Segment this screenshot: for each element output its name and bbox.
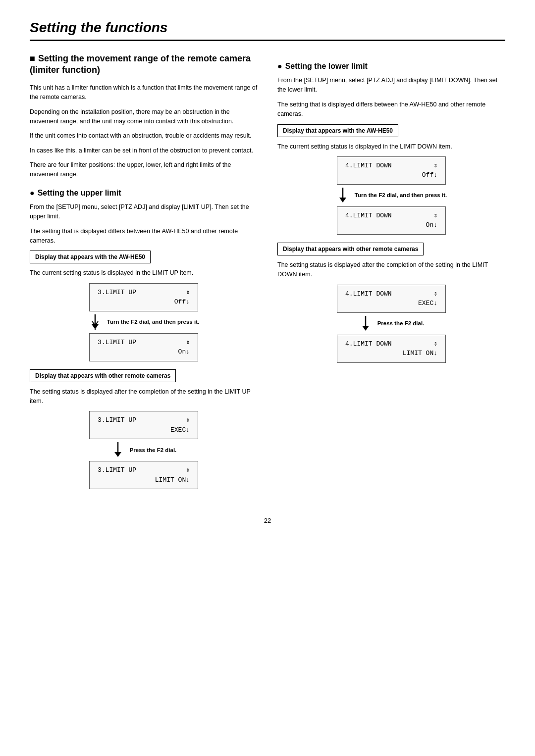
- upper-box3: 3.LIMIT UP ⇕ EXEC↓: [89, 411, 198, 439]
- right-column: Setting the lower limit From the [SETUP]…: [277, 53, 505, 497]
- upper-limit-para1: From the [SETUP] menu, select [PTZ ADJ] …: [30, 202, 258, 222]
- turn-label-lower: Turn the F2 dial, and then press it.: [355, 192, 447, 199]
- other-cameras-label-lower: Display that appears with other remote c…: [277, 243, 424, 255]
- upper-box2: 3.LIMIT UP ⇕ On↓: [89, 333, 198, 361]
- page-number: 22: [30, 517, 505, 524]
- upper-limit-heading: Setting the upper limit: [30, 189, 258, 198]
- left-column: Setting the movement range of the remote…: [30, 53, 258, 497]
- upper-box4: 3.LIMIT UP ⇕ LIMIT ON↓: [89, 461, 198, 489]
- press-label-upper: Press the F2 dial.: [130, 447, 177, 454]
- lower-other-diagram: 4.LIMIT DOWN ⇕ EXEC↓ Press the F2 dial. …: [277, 285, 505, 363]
- lower-box4: 4.LIMIT DOWN ⇕ LIMIT ON↓: [337, 335, 446, 363]
- intro-para-3: If the unit comes into contact with an o…: [30, 131, 258, 141]
- aw-he50-text-lower: The current setting status is displayed …: [277, 142, 505, 151]
- lower-box1: 4.LIMIT DOWN ⇕ Off↓: [337, 156, 446, 185]
- press-label-lower: Press the F2 dial.: [377, 320, 425, 327]
- main-section-heading: Setting the movement range of the remote…: [30, 53, 258, 76]
- lower-limit-para2: The setting that is displayed differs be…: [277, 100, 505, 119]
- other-cameras-text-lower: The setting status is displayed after th…: [277, 260, 505, 280]
- lower-limit-heading: Setting the lower limit: [277, 62, 505, 71]
- other-cameras-text-upper: The setting status is displayed after th…: [30, 387, 258, 406]
- intro-para-2: Depending on the installation position, …: [30, 107, 258, 127]
- turn-label-upper: Turn the F2 dial, and then press it.: [107, 318, 199, 326]
- intro-para-1: This unit has a limiter function which i…: [30, 83, 258, 102]
- svg-marker-6: [339, 198, 346, 202]
- other-cameras-label-upper: Display that appears with other remote c…: [30, 369, 176, 382]
- upper-aw-diagram: 3.LIMIT UP ⇕ Off↓ Turn the F2 dial, and …: [30, 283, 258, 361]
- upper-limit-para2: The setting that is displayed differs be…: [30, 227, 258, 246]
- upper-other-diagram: 3.LIMIT UP ⇕ EXEC↓ Press the F2 dial. 3.…: [30, 411, 258, 489]
- lower-limit-section: Setting the lower limit From the [SETUP]…: [277, 62, 505, 363]
- down-arrow-icon-1: [88, 314, 102, 330]
- page-title: Setting the functions: [30, 20, 505, 41]
- aw-he50-label-upper: Display that appears with the AW-HE50: [30, 251, 151, 263]
- svg-marker-8: [362, 326, 369, 331]
- upper-box1: 3.LIMIT UP ⇕ Off↓: [89, 283, 198, 311]
- aw-he50-label-lower: Display that appears with the AW-HE50: [277, 124, 398, 137]
- upper-limit-section: Setting the upper limit From the [SETUP]…: [30, 189, 258, 490]
- lower-limit-para1: From the [SETUP] menu, select [PTZ ADJ] …: [277, 76, 505, 95]
- intro-para-5: There are four limiter positions: the up…: [30, 160, 258, 180]
- intro-para-4: In cases like this, a limiter can be set…: [30, 146, 258, 155]
- aw-he50-text-upper: The current setting status is displayed …: [30, 268, 258, 278]
- lower-box2: 4.LIMIT DOWN ⇕ On↓: [337, 206, 446, 235]
- down-arrow-icon-4: [359, 316, 373, 332]
- svg-marker-4: [114, 452, 121, 457]
- down-arrow-icon-2: [111, 442, 125, 458]
- svg-marker-2: [92, 324, 99, 329]
- lower-aw-diagram: 4.LIMIT DOWN ⇕ Off↓ Turn the F2 dial, an…: [277, 156, 505, 235]
- lower-box3: 4.LIMIT DOWN ⇕ EXEC↓: [337, 285, 446, 313]
- down-arrow-icon-3: [336, 188, 350, 203]
